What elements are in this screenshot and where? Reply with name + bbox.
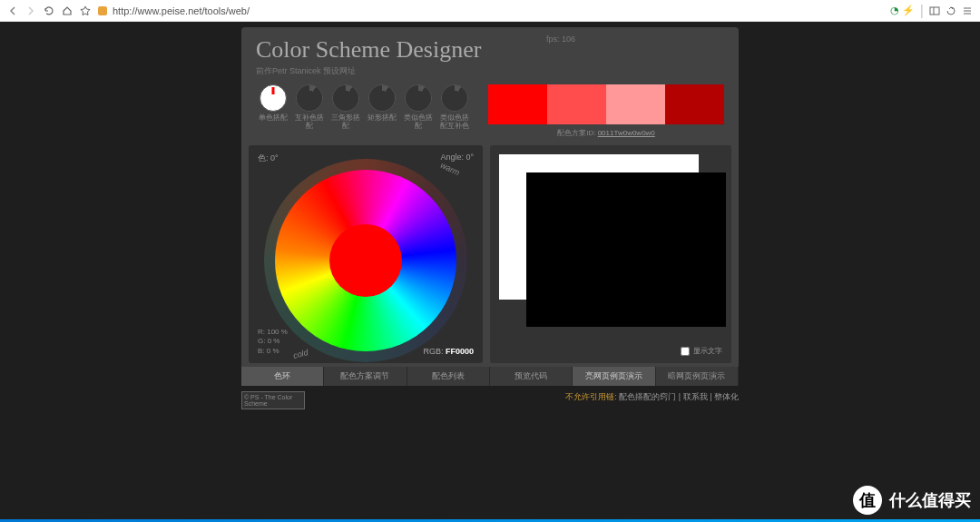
browser-toolbar: http://www.peise.net/tools/web/ ◔ ⚡ | — [0, 0, 980, 22]
tab-wheel[interactable]: 色环 — [241, 367, 324, 386]
palette-section: 配色方案ID: 0011Tw0w0w0w0 — [488, 84, 724, 138]
cold-label: cold — [292, 348, 309, 360]
divider: | — [920, 3, 924, 19]
panel-icon[interactable] — [929, 5, 940, 16]
tabs-right: 预览代码 亮网页例页演示 暗网页例页演示 — [490, 367, 739, 386]
footer-link-text[interactable]: 配色搭配的窍门 | 联系我 | 整体化 — [619, 392, 739, 401]
swatch-4[interactable] — [665, 84, 724, 124]
footer: © PS - The Color Scheme 不允许引用链: 配色搭配的窍门 … — [241, 391, 739, 409]
swatch-3[interactable] — [606, 84, 665, 124]
tab-light-demo[interactable]: 亮网页例页演示 — [573, 367, 655, 386]
tab-code[interactable]: 预览代码 — [490, 367, 573, 386]
tab-adjust[interactable]: 配色方案调节 — [324, 367, 407, 386]
app-subtitle: 前作Petr Stanicek 预设网址 — [256, 65, 724, 77]
fps-counter: fps: 106 — [546, 34, 575, 44]
back-icon[interactable] — [7, 5, 18, 16]
swatch-1[interactable] — [488, 84, 547, 124]
svg-rect-0 — [930, 7, 939, 15]
home-icon[interactable] — [62, 5, 73, 16]
scheme-selector: 单色搭配 互补色搭配 三角形搭配 矩形搭配 类似色搭配 类似色搭配互补色 — [256, 84, 472, 138]
app-container: Color Scheme Designer 前作Petr Stanicek 预设… — [241, 27, 739, 386]
color-wheel[interactable]: warm cold — [275, 170, 456, 351]
scheme-analogic[interactable]: 类似色搭配 — [401, 84, 436, 138]
history-icon[interactable] — [946, 5, 956, 16]
content-section: 色: 0° Angle: 0° warm cold R: 100 % G: 0 … — [241, 145, 739, 370]
preview-panel: 显示文字 — [490, 145, 731, 363]
url-text: http://www.peise.net/tools/web/ — [113, 5, 250, 16]
rgb-info: R: 100 % G: 0 % B: 0 % — [258, 328, 288, 356]
tabs-bar: 色环 配色方案调节 配色列表 预览代码 亮网页例页演示 暗网页例页演示 — [241, 367, 739, 386]
reload-icon[interactable] — [44, 5, 54, 16]
scheme-tetrad[interactable]: 矩形搭配 — [365, 84, 399, 138]
scheme-accented[interactable]: 类似色搭配互补色 — [437, 84, 472, 138]
footer-badge[interactable]: © PS - The Color Scheme — [241, 391, 305, 409]
top-section: 单色搭配 互补色搭配 三角形搭配 矩形搭配 类似色搭配 类似色搭配互补色 配色方… — [241, 81, 739, 145]
scheme-triad[interactable]: 三角形搭配 — [328, 84, 363, 138]
watermark-text: 什么值得买 — [889, 489, 971, 511]
tab-list[interactable]: 配色列表 — [407, 367, 490, 386]
url-bar[interactable]: http://www.peise.net/tools/web/ — [98, 5, 883, 16]
forward-icon[interactable] — [25, 5, 36, 16]
tabs-left: 色环 配色方案调节 配色列表 — [241, 367, 490, 386]
show-text-toggle[interactable]: 显示文字 — [681, 346, 722, 356]
hue-label: 色: 0° — [258, 153, 279, 164]
wheel-panel: 色: 0° Angle: 0° warm cold R: 100 % G: 0 … — [249, 145, 483, 363]
palette-id: 配色方案ID: 0011Tw0w0w0w0 — [488, 128, 724, 138]
show-text-checkbox[interactable] — [681, 347, 690, 356]
footer-links: 不允许引用链: 配色搭配的窍门 | 联系我 | 整体化 — [565, 391, 739, 403]
palette-id-link[interactable]: 0011Tw0w0w0w0 — [598, 129, 655, 137]
palette-swatches — [488, 84, 724, 124]
preview-dark — [526, 172, 726, 327]
star-icon[interactable] — [80, 5, 91, 16]
menu-icon[interactable] — [962, 5, 973, 16]
app-header: Color Scheme Designer 前作Petr Stanicek 预设… — [241, 27, 739, 81]
site-icon — [98, 6, 107, 15]
watermark: 值 什么值得买 — [853, 486, 971, 515]
scheme-complement[interactable]: 互补色搭配 — [292, 84, 327, 138]
extension-icon[interactable]: ◔ ⚡ — [890, 5, 915, 16]
watermark-icon: 值 — [853, 486, 882, 515]
swatch-2[interactable] — [547, 84, 606, 124]
scheme-mono[interactable]: 单色搭配 — [256, 84, 290, 138]
browser-right-controls: ◔ ⚡ | — [890, 3, 973, 19]
tab-dark-demo[interactable]: 暗网页例页演示 — [656, 367, 739, 386]
app-title: Color Scheme Designer — [256, 36, 724, 64]
rgb-hex: RGB: FF0000 — [423, 347, 474, 356]
